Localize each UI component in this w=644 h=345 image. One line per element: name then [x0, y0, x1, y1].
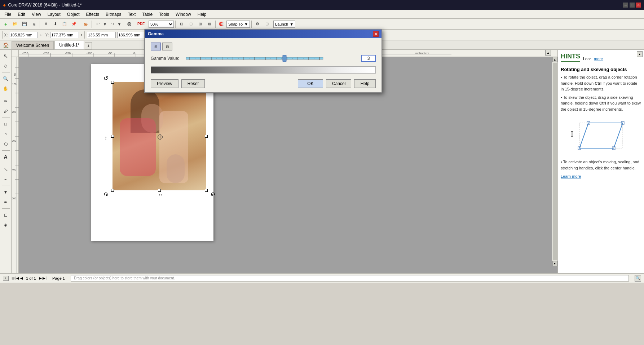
polygon-tool-btn[interactable]: ⬡: [1, 140, 10, 149]
menu-file[interactable]: File: [1, 11, 14, 18]
fit-width-button[interactable]: ⊟: [186, 20, 195, 28]
menu-tools[interactable]: Tools: [156, 11, 172, 18]
publish-button[interactable]: ⊕: [81, 20, 90, 28]
launch-dropdown-icon[interactable]: ▼: [290, 22, 294, 26]
menu-text[interactable]: Text: [125, 11, 138, 18]
select-tool-btn[interactable]: ↖: [1, 51, 10, 61]
save-button[interactable]: 💾: [20, 20, 29, 28]
tab-document[interactable]: Untitled-1*: [54, 41, 84, 49]
zoom-select[interactable]: 50% 25% 75% 100%: [149, 21, 174, 28]
redo-button[interactable]: ↪: [108, 20, 116, 28]
menu-window[interactable]: Window: [173, 11, 194, 18]
new-button[interactable]: +: [1, 20, 10, 28]
freehand-tool-btn[interactable]: ✏: [1, 97, 10, 106]
menu-help[interactable]: Help: [195, 11, 209, 18]
rotate-handle-br[interactable]: ↺: [211, 191, 215, 198]
w-input[interactable]: [87, 32, 116, 38]
open-button[interactable]: 📂: [11, 20, 19, 28]
hints-learn[interactable]: Lear: [583, 57, 591, 61]
zoom-tool-btn[interactable]: 🔍: [1, 74, 10, 83]
v-scrollbar[interactable]: ▲ ▼: [552, 57, 557, 266]
reset-button[interactable]: Reset: [181, 79, 205, 88]
scroll-up-btn[interactable]: ▲: [552, 57, 557, 62]
options2-button[interactable]: ⊞: [263, 20, 271, 28]
tab-welcome[interactable]: Welcome Screen: [12, 41, 54, 49]
print-button[interactable]: 🖨: [30, 20, 38, 28]
view-btn-1[interactable]: ⊞: [151, 43, 161, 50]
gamma-dialog[interactable]: Gamma ✕ ⊞ ⊡ Gamma Value:: [144, 29, 382, 93]
menu-edit[interactable]: Edit: [15, 11, 28, 18]
undo-button[interactable]: ↩: [93, 20, 102, 28]
learn-more-link[interactable]: Learn more: [561, 174, 581, 178]
menu-layout[interactable]: Layout: [45, 11, 63, 18]
handle-tl[interactable]: [111, 81, 114, 84]
hints-more-link[interactable]: more: [594, 57, 603, 61]
move-handle-ml[interactable]: ↕: [105, 135, 107, 141]
tab-add-button[interactable]: +: [85, 42, 92, 49]
view-options-button[interactable]: ⊛: [125, 20, 133, 28]
preview-button[interactable]: Preview: [151, 79, 178, 88]
zoom-in-status-btn[interactable]: 🔍: [635, 275, 641, 282]
minimize-button[interactable]: ─: [623, 3, 628, 8]
move-handle-bc[interactable]: ↔: [158, 192, 163, 198]
ellipse-tool-btn[interactable]: ○: [1, 129, 10, 139]
handle-mr[interactable]: [205, 135, 208, 138]
paste-button[interactable]: 📌: [70, 20, 78, 28]
rotate-handle-tl[interactable]: ↺: [103, 75, 108, 82]
hints-collapse-btn[interactable]: ▲: [637, 51, 643, 57]
h-input[interactable]: [117, 32, 146, 38]
fit-page-button[interactable]: ⊡: [177, 20, 186, 28]
menu-object[interactable]: Object: [64, 11, 83, 18]
handle-bl[interactable]: [111, 189, 114, 192]
menu-view[interactable]: View: [29, 11, 44, 18]
fill-tool-btn[interactable]: ▼: [1, 187, 10, 197]
menu-effects[interactable]: Effects: [83, 11, 102, 18]
undo-dropdown[interactable]: ▼: [103, 20, 107, 28]
image-container[interactable]: ↺ ↺ ↺ ↺ ↔ ↔ ↕: [113, 82, 206, 190]
text-tool-btn[interactable]: A: [1, 152, 10, 162]
import-button[interactable]: ⬆: [41, 20, 50, 28]
add-page-btn[interactable]: +: [3, 276, 9, 281]
view-btn-2[interactable]: ⊡: [162, 43, 172, 50]
y-input[interactable]: [50, 32, 79, 38]
guides-button[interactable]: ⊠: [205, 20, 214, 28]
maximize-button[interactable]: □: [630, 3, 635, 8]
rotate-handle-bl[interactable]: ↺: [103, 191, 108, 198]
color-palette[interactable]: Drag colors (or objects) here to store t…: [71, 275, 629, 282]
handle-br[interactable]: [205, 189, 208, 192]
smear-tool-btn[interactable]: ◈: [1, 220, 10, 230]
title-bar-right[interactable]: ─ □ ✕: [623, 3, 641, 8]
collapse-hints-btn[interactable]: ▲: [545, 50, 551, 56]
options-button[interactable]: ⚙: [253, 20, 262, 28]
welcome-icon[interactable]: 🏠: [1, 41, 10, 49]
gamma-dialog-close-btn[interactable]: ✕: [373, 31, 379, 37]
line-tool-btn[interactable]: |: [0, 163, 12, 176]
gamma-value-input[interactable]: 3: [361, 55, 376, 62]
handle-bc[interactable]: [158, 189, 161, 192]
x-input[interactable]: [9, 32, 38, 38]
center-handle[interactable]: [158, 134, 163, 140]
pdf-button[interactable]: PDF: [137, 20, 145, 28]
scroll-thumb[interactable]: [553, 63, 557, 260]
eyedropper-tool-btn[interactable]: ✒: [1, 198, 10, 207]
connector-tool-btn[interactable]: ⌁: [1, 175, 10, 184]
menu-table[interactable]: Table: [139, 11, 155, 18]
cancel-button[interactable]: Cancel: [326, 79, 351, 88]
eraser-tool-btn[interactable]: ◻: [1, 210, 10, 220]
menu-bitmaps[interactable]: Bitmaps: [103, 11, 124, 18]
snap-dropdown-icon[interactable]: ▼: [244, 22, 248, 26]
snap-magnet[interactable]: 🧲: [217, 20, 226, 28]
close-button[interactable]: ✕: [636, 3, 641, 8]
help-button[interactable]: Help: [354, 79, 376, 88]
shape-tool-btn[interactable]: ◇: [1, 61, 10, 71]
rect-tool-btn[interactable]: □: [1, 119, 10, 129]
export-button[interactable]: ⬇: [51, 20, 59, 28]
scroll-down-btn[interactable]: ▼: [552, 261, 557, 266]
copy-button[interactable]: 📋: [60, 20, 69, 28]
grid-button[interactable]: ⊞: [196, 20, 204, 28]
gamma-slider[interactable]: [186, 55, 358, 62]
handle-ml[interactable]: [111, 135, 114, 138]
ok-button[interactable]: OK: [298, 79, 323, 88]
pen-tool-btn[interactable]: 🖊: [1, 107, 10, 116]
redo-dropdown[interactable]: ▼: [117, 20, 122, 28]
